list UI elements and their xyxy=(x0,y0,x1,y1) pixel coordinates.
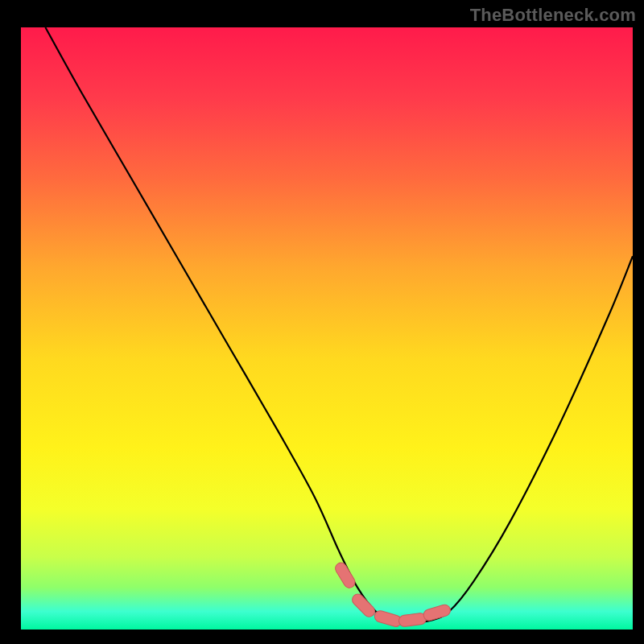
watermark-label: TheBottleneck.com xyxy=(470,5,636,26)
bottleneck-chart xyxy=(0,0,644,644)
chart-frame: TheBottleneck.com xyxy=(0,0,644,644)
gradient-background xyxy=(21,27,633,630)
